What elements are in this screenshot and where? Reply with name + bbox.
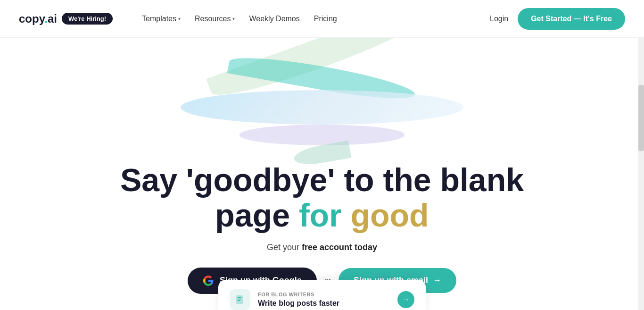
- preview-label: FOR BLOG WRITERS: [258, 292, 390, 297]
- preview-card[interactable]: FOR BLOG WRITERS Write blog posts faster…: [218, 280, 426, 310]
- nav-templates[interactable]: Templates ▾: [136, 11, 186, 27]
- preview-icon: [230, 289, 250, 310]
- arrow-right-icon: →: [433, 276, 441, 285]
- document-icon: [234, 294, 246, 305]
- preview-text-block: FOR BLOG WRITERS Write blog posts faster: [258, 292, 390, 308]
- bg-blue-shape: [181, 90, 463, 125]
- hiring-badge[interactable]: We're Hiring!: [62, 13, 113, 25]
- hero-section: Say 'goodbye' to the blank page for good…: [0, 38, 644, 310]
- login-link[interactable]: Login: [490, 15, 508, 23]
- nav-actions: Login Get Started — It's Free: [490, 8, 625, 30]
- hero-subtitle: Get your free account today: [120, 243, 524, 252]
- nav-pricing[interactable]: Pricing: [308, 11, 343, 27]
- get-started-button[interactable]: Get Started — It's Free: [518, 8, 625, 30]
- logo-text: copy.ai: [19, 12, 57, 25]
- templates-chevron-icon: ▾: [178, 16, 181, 21]
- resources-chevron-icon: ▾: [232, 16, 235, 21]
- svg-rect-3: [238, 300, 240, 301]
- preview-title: Write blog posts faster: [258, 299, 390, 308]
- hero-title-space: [342, 197, 351, 233]
- bg-purple-shape: [239, 125, 405, 145]
- google-icon: [203, 275, 214, 286]
- hero-highlight-for: for: [299, 197, 342, 233]
- navbar: copy.ai We're Hiring! Templates ▾ Resour…: [0, 0, 644, 38]
- templates-label: Templates: [142, 15, 176, 23]
- nav-resources[interactable]: Resources ▾: [189, 11, 240, 27]
- weekly-demos-label: Weekly Demos: [249, 15, 299, 23]
- scrollbar-thumb[interactable]: [638, 85, 644, 151]
- subtitle-bold: free account today: [302, 243, 377, 252]
- resources-label: Resources: [195, 15, 231, 23]
- preview-arrow-button[interactable]: →: [397, 291, 414, 308]
- svg-rect-1: [238, 297, 241, 298]
- svg-rect-0: [236, 295, 243, 304]
- hero-title-line2-pre: page: [215, 197, 299, 233]
- logo[interactable]: copy.ai We're Hiring!: [19, 12, 113, 25]
- svg-rect-2: [238, 299, 241, 300]
- hero-highlight-good: good: [351, 197, 429, 233]
- subtitle-pre: Get your: [267, 243, 302, 252]
- pricing-label: Pricing: [314, 15, 337, 23]
- scrollbar[interactable]: [638, 0, 644, 310]
- hero-title-line1: Say 'goodbye' to the blank: [120, 162, 524, 198]
- hero-title: Say 'goodbye' to the blank page for good: [120, 162, 524, 233]
- nav-weekly-demos[interactable]: Weekly Demos: [243, 11, 305, 27]
- nav-links: Templates ▾ Resources ▾ Weekly Demos Pri…: [136, 11, 490, 27]
